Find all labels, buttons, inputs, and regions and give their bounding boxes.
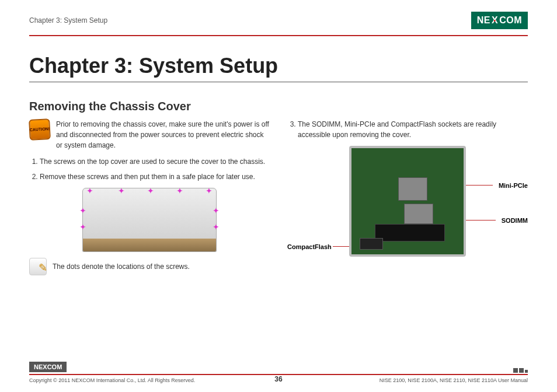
label-sodimm: SODIMM: [502, 216, 528, 226]
step-3: The SODIMM, Mini-PCIe and CompactFlash s…: [298, 119, 528, 140]
manual-title: NISE 2100, NISE 2100A, NISE 2110, NISE 2…: [380, 377, 528, 383]
step-1: The screws on the top cover are used to …: [40, 156, 270, 167]
nexcom-logo: NEXCOM: [471, 12, 528, 29]
label-compactflash: CompactFlash: [287, 242, 332, 252]
caution-icon: CAUTION!: [29, 118, 51, 141]
right-column: The SODIMM, Mini-PCIe and CompactFlash s…: [287, 119, 528, 275]
caution-text: Prior to removing the chassis cover, mak…: [56, 119, 270, 150]
copyright-text: Copyright © 2011 NEXCOM International Co…: [29, 377, 195, 383]
page-number: 36: [274, 375, 282, 383]
footer-decoration: [513, 368, 528, 373]
note-text: The dots denote the locations of the scr…: [53, 261, 190, 272]
section-title: Removing the Chassis Cover: [29, 100, 528, 113]
title-divider: [29, 82, 528, 82]
breadcrumb: Chapter 3: System Setup: [29, 16, 107, 24]
chapter-title: Chapter 3: System Setup: [29, 54, 528, 78]
note-icon: [29, 258, 47, 275]
line-sodimm: [461, 220, 496, 220]
step-2: Remove these screws and then put them in…: [40, 172, 270, 182]
header-divider: [29, 35, 528, 36]
device-chassis-image: ✦ ✦ ✦ ✦ ✦ ✦ ✦ ✦ ✦: [82, 188, 217, 252]
board-internal-image: [349, 146, 466, 257]
left-column: CAUTION! Prior to removing the chassis c…: [29, 119, 270, 275]
footer-logo: NEXCOM: [29, 362, 67, 372]
label-mini-pcie: Mini-PCIe: [499, 181, 528, 191]
